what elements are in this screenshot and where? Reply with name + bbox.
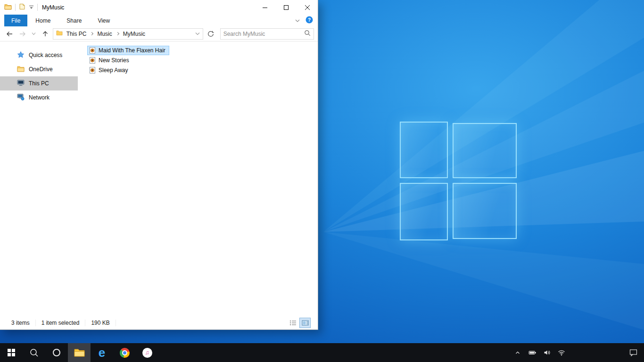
file-chip[interactable]: Maid With The Flaxen Hair: [87, 46, 169, 55]
status-size: 190 KB: [85, 320, 116, 326]
cortana-icon: [53, 349, 60, 356]
thumbnail-view-button[interactable]: [300, 318, 310, 328]
navigation-pane: Quick access OneDrive This PC Network: [0, 41, 78, 316]
breadcrumb-chevron-icon[interactable]: [116, 32, 119, 35]
window-title: MyMusic: [42, 4, 64, 11]
chrome-icon: [120, 348, 130, 358]
toolbar-separator: [15, 4, 16, 11]
volume-button[interactable]: [542, 343, 552, 362]
breadcrumb-this-pc[interactable]: This PC: [64, 31, 89, 37]
taskbar: e ♫: [0, 343, 644, 362]
ribbon-right-controls: ?: [295, 15, 318, 26]
windows-logo-icon: [8, 349, 15, 356]
sidebar-item-quick-access[interactable]: Quick access: [0, 48, 78, 62]
tab-view[interactable]: View: [90, 15, 118, 26]
address-bar[interactable]: This PC Music MyMusic: [53, 28, 203, 40]
search-icon: [30, 348, 39, 357]
audio-file-icon: [89, 47, 96, 54]
tray-icon-group: [512, 343, 567, 362]
sidebar-item-label: Network: [29, 94, 50, 101]
status-bar: 3 items 1 item selected 190 KB: [0, 316, 318, 329]
back-button[interactable]: [4, 28, 15, 40]
details-view-button[interactable]: [288, 318, 298, 328]
file-name: New Stories: [99, 57, 129, 64]
action-center-button[interactable]: [622, 343, 644, 362]
minimize-button[interactable]: [254, 0, 275, 15]
sidebar-item-network[interactable]: Network: [0, 90, 78, 105]
windows-logo-pane: [453, 123, 517, 178]
quick-access-toolbar: [0, 3, 38, 11]
folder-properties-icon[interactable]: [19, 3, 25, 11]
windows-logo-pane: [400, 122, 448, 178]
start-button[interactable]: [0, 343, 23, 362]
recent-locations-chevron-icon[interactable]: [30, 28, 38, 40]
navigation-toolbar: This PC Music MyMusic: [0, 26, 318, 41]
explorer-folder-icon: [4, 3, 12, 11]
tab-share[interactable]: Share: [58, 15, 90, 26]
sidebar-item-onedrive[interactable]: OneDrive: [0, 62, 78, 76]
sidebar-item-this-pc[interactable]: This PC: [0, 76, 78, 90]
taskbar-search-button[interactable]: [23, 343, 45, 362]
forward-button[interactable]: [17, 28, 28, 40]
search-icon[interactable]: [304, 30, 311, 38]
breadcrumb-chevron-icon[interactable]: [90, 32, 93, 35]
network-icon: [17, 93, 25, 102]
windows-logo-pane: [400, 183, 448, 240]
battery-status-button[interactable]: [527, 343, 537, 362]
action-center-icon: [629, 349, 637, 356]
file-chip[interactable]: Sleep Away: [87, 66, 132, 75]
tab-home[interactable]: Home: [27, 15, 58, 26]
file-chip[interactable]: New Stories: [87, 56, 133, 65]
status-item-count: 3 items: [5, 320, 36, 326]
search-input[interactable]: [223, 31, 304, 37]
help-icon[interactable]: ?: [305, 16, 313, 25]
taskbar-edge-button[interactable]: e: [91, 343, 113, 362]
up-button[interactable]: [40, 28, 51, 40]
sidebar-item-label: Quick access: [29, 52, 62, 58]
computer-icon: [17, 79, 25, 88]
show-hidden-icons-button[interactable]: [512, 343, 523, 362]
onedrive-folder-icon: [17, 66, 25, 74]
expand-ribbon-chevron-icon[interactable]: [295, 17, 300, 24]
battery-icon: [528, 349, 537, 356]
speaker-icon: [544, 349, 551, 356]
title-bar[interactable]: MyMusic: [0, 0, 318, 15]
file-list[interactable]: Maid With The Flaxen Hair New Stories Sl…: [78, 41, 318, 316]
customize-toolbar-chevron-icon[interactable]: [29, 4, 34, 11]
close-button[interactable]: [297, 0, 318, 15]
wifi-icon: [558, 350, 565, 356]
network-wifi-button[interactable]: [556, 343, 567, 362]
file-name: Maid With The Flaxen Hair: [99, 47, 165, 54]
breadcrumb-mymusic[interactable]: MyMusic: [121, 31, 148, 37]
taskbar-itunes-button[interactable]: ♫: [136, 343, 158, 362]
svg-text:?: ?: [308, 17, 311, 23]
itunes-icon: ♫: [142, 348, 152, 358]
audio-file-icon: [89, 66, 96, 74]
refresh-button[interactable]: [205, 28, 216, 40]
star-icon: [17, 51, 25, 60]
audio-file-icon: [89, 57, 96, 64]
tab-file[interactable]: File: [4, 15, 27, 26]
address-dropdown-chevron-icon[interactable]: [195, 32, 200, 35]
sidebar-item-label: OneDrive: [29, 66, 53, 73]
taskbar-chrome-button[interactable]: [113, 343, 136, 362]
toolbar-separator: [37, 4, 38, 11]
file-item[interactable]: Sleep Away: [78, 65, 318, 75]
taskbar-file-explorer-button[interactable]: [68, 343, 91, 362]
breadcrumb-music[interactable]: Music: [95, 31, 114, 37]
view-toggle-group: [288, 318, 313, 328]
system-tray: [512, 343, 644, 362]
ribbon-tab-strip: File Home Share View ?: [0, 15, 318, 26]
status-selection: 1 item selected: [36, 320, 86, 326]
file-item[interactable]: New Stories: [78, 55, 318, 65]
window-body: Quick access OneDrive This PC Network: [0, 41, 318, 316]
file-explorer-icon: [74, 348, 85, 357]
sidebar-item-label: This PC: [29, 80, 49, 87]
file-item[interactable]: Maid With The Flaxen Hair: [78, 45, 318, 55]
cortana-button[interactable]: [45, 343, 68, 362]
search-box[interactable]: [220, 28, 314, 40]
edge-icon: e: [99, 346, 105, 359]
file-explorer-window: MyMusic File Home Share View ?: [0, 0, 318, 330]
caption-buttons: [254, 0, 318, 15]
maximize-button[interactable]: [275, 0, 297, 15]
